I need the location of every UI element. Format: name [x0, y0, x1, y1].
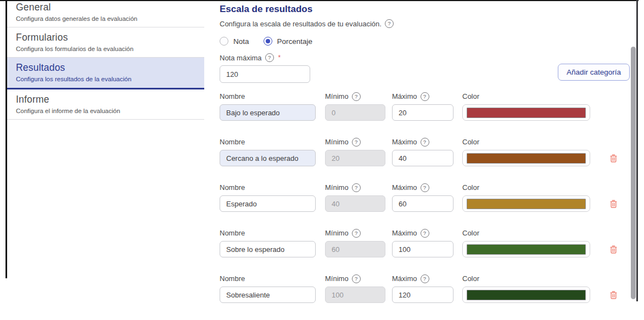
help-icon[interactable]: ? — [352, 183, 361, 192]
color-picker-field[interactable] — [462, 287, 590, 303]
color-picker-field[interactable] — [462, 150, 590, 166]
radio-option[interactable]: Nota — [220, 37, 249, 46]
help-icon[interactable]: ? — [352, 92, 361, 101]
radio-button-icon — [220, 37, 228, 46]
sidebar-item-description: Configura los formularios de la evaluaci… — [16, 46, 195, 53]
category-row: Nombre Mínimo ? Máximo ? Color — [220, 229, 630, 257]
help-icon[interactable]: ? — [385, 19, 394, 28]
column-header-color: Color — [462, 229, 590, 237]
column-header-maximo: Máximo ? — [392, 92, 453, 100]
category-name-input[interactable] — [220, 195, 316, 212]
category-max-input[interactable] — [392, 287, 453, 303]
help-icon[interactable]: ? — [352, 274, 361, 283]
category-min-input — [325, 241, 385, 257]
category-name-input[interactable] — [220, 150, 316, 166]
column-header-text: Mínimo — [325, 183, 349, 192]
trash-icon — [609, 199, 618, 209]
category-delete-cell — [609, 183, 623, 212]
category-max-cell: Máximo ? — [392, 138, 453, 166]
category-max-input[interactable] — [392, 150, 453, 166]
column-header-minimo: Mínimo ? — [325, 183, 385, 192]
category-name-input[interactable] — [220, 287, 316, 303]
column-header-text: Color — [462, 138, 479, 146]
column-header-color: Color — [462, 274, 590, 283]
category-min-cell: Mínimo ? — [325, 229, 385, 257]
column-header-text: Mínimo — [325, 138, 349, 146]
max-score-row: Añadir categoría — [220, 65, 630, 83]
category-max-cell: Máximo ? — [392, 92, 453, 121]
category-color-cell: Color — [462, 138, 590, 166]
category-delete-cell — [609, 229, 623, 257]
help-icon[interactable]: ? — [421, 183, 429, 192]
category-delete-cell — [609, 274, 623, 303]
category-delete-cell — [609, 138, 623, 166]
delete-category-button[interactable] — [609, 290, 618, 300]
column-header-minimo: Mínimo ? — [325, 92, 385, 100]
sidebar-item-description: Configura datos generales de la evaluaci… — [16, 15, 195, 23]
help-icon[interactable]: ? — [352, 229, 361, 238]
vertical-scrollbar-thumb[interactable] — [631, 47, 636, 299]
color-swatch — [467, 290, 586, 300]
category-row: Nombre Mínimo ? Máximo ? Color — [220, 138, 630, 166]
color-swatch — [467, 199, 586, 209]
sidebar-item[interactable]: General Configura datos generales de la … — [7, 1, 204, 27]
help-icon[interactable]: ? — [421, 229, 429, 238]
sidebar-item-title: Resultados — [16, 62, 195, 74]
category-max-input[interactable] — [392, 241, 453, 257]
help-icon[interactable]: ? — [265, 53, 274, 62]
trash-icon — [609, 245, 618, 254]
settings-sidebar: General Configura datos generales de la … — [7, 1, 204, 120]
help-icon[interactable]: ? — [421, 274, 429, 283]
sidebar-item[interactable]: Informe Configura el informe de la evalu… — [7, 89, 204, 120]
delete-category-button[interactable] — [609, 245, 618, 254]
category-min-input — [325, 104, 385, 121]
category-color-cell: Color — [462, 229, 590, 257]
max-score-label: Nota máxima ? * — [220, 53, 630, 62]
column-header-nombre: Nombre — [220, 183, 316, 192]
category-name-cell: Nombre — [220, 274, 316, 303]
category-min-cell: Mínimo ? — [325, 183, 385, 212]
sidebar-item[interactable]: Resultados Configura los resultados de l… — [7, 58, 204, 89]
sidebar-item[interactable]: Formularios Configura los formularios de… — [7, 27, 204, 58]
category-name-cell: Nombre — [220, 229, 316, 257]
category-color-cell: Color — [462, 183, 590, 212]
page-title: Escala de resultados — [220, 4, 630, 15]
add-category-button[interactable]: Añadir categoría — [558, 64, 630, 81]
column-header-text: Máximo — [392, 183, 417, 192]
column-header-maximo: Máximo ? — [392, 229, 453, 237]
category-max-input[interactable] — [392, 104, 453, 121]
radio-option[interactable]: Porcentaje — [264, 37, 313, 46]
column-header-minimo: Mínimo ? — [325, 274, 385, 283]
color-picker-field[interactable] — [462, 195, 590, 212]
delete-category-button[interactable] — [609, 154, 618, 163]
category-max-cell: Máximo ? — [392, 274, 453, 303]
category-color-cell: Color — [462, 92, 590, 121]
color-picker-field[interactable] — [462, 104, 590, 121]
column-header-text: Color — [462, 92, 479, 100]
max-score-input[interactable] — [220, 65, 310, 83]
settings-screen: General Configura datos generales de la … — [0, 0, 644, 320]
category-name-input[interactable] — [220, 104, 316, 121]
color-swatch — [467, 153, 586, 164]
color-picker-field[interactable] — [462, 241, 590, 257]
help-icon[interactable]: ? — [421, 138, 429, 147]
column-header-maximo: Máximo ? — [392, 274, 453, 283]
category-rows: Nombre Mínimo ? Máximo ? Color — [220, 92, 630, 303]
radio-button-icon — [264, 37, 272, 46]
column-header-text: Nombre — [220, 274, 245, 283]
delete-category-button[interactable] — [609, 199, 618, 209]
category-name-input[interactable] — [220, 241, 316, 257]
radio-option-label: Porcentaje — [277, 37, 313, 46]
column-header-nombre: Nombre — [220, 229, 316, 237]
required-asterisk: * — [278, 54, 281, 61]
help-icon[interactable]: ? — [352, 138, 361, 147]
category-name-cell: Nombre — [220, 138, 316, 166]
category-max-cell: Máximo ? — [392, 229, 453, 257]
column-header-text: Nombre — [220, 92, 245, 100]
help-icon[interactable]: ? — [421, 92, 429, 101]
category-max-input[interactable] — [392, 195, 453, 212]
page-subtitle: Configura la escala de resultados de tu … — [220, 19, 630, 28]
column-header-maximo: Máximo ? — [392, 183, 453, 192]
column-header-maximo: Máximo ? — [392, 138, 453, 146]
column-header-color: Color — [462, 138, 590, 146]
